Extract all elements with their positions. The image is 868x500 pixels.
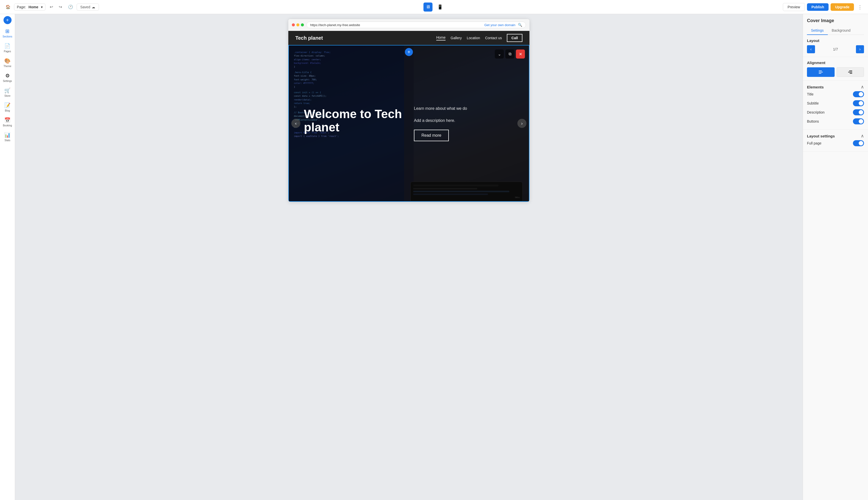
element-title-label: Title (807, 92, 813, 96)
element-buttons-label: Buttons (807, 120, 819, 123)
panel-header: Cover Image Settings Background (803, 14, 868, 35)
booking-icon: 📅 (4, 117, 11, 123)
tab-settings[interactable]: Settings (807, 26, 828, 35)
sidebar-item-booking[interactable]: 📅 Booking (1, 115, 14, 129)
tab-background[interactable]: Background (828, 26, 855, 35)
element-buttons-row: Buttons (807, 117, 864, 126)
svg-rect-3 (849, 71, 852, 71)
element-title-row: Title (807, 90, 864, 99)
sidebar-item-theme[interactable]: 🎨 Theme (1, 56, 14, 70)
hero-text: Welcome to Tech planet (304, 107, 404, 139)
alignment-section-header[interactable]: Alignment (807, 60, 864, 65)
undo-button[interactable]: ↩ (47, 3, 56, 11)
title-toggle[interactable] (853, 91, 864, 97)
undo-redo-group: ↩ ↪ (47, 3, 65, 11)
layout-settings-header[interactable]: Layout settings ∧ (807, 133, 864, 139)
nav-item-location[interactable]: Location (467, 36, 480, 40)
sidebar-item-label: Pages (4, 50, 11, 53)
elements-section-title: Elements (807, 85, 824, 89)
more-options-button[interactable]: ⋮ (856, 3, 864, 11)
layout-next-button[interactable]: › (856, 45, 864, 53)
sidebar-item-label: Theme (3, 65, 11, 68)
full-page-label: Full page (807, 141, 822, 145)
buttons-toggle[interactable] (853, 118, 864, 124)
call-button[interactable]: Call (507, 34, 522, 42)
hero-next-button[interactable]: › (517, 119, 526, 128)
nav-item-home[interactable]: Home (436, 35, 445, 41)
align-left-button[interactable] (807, 67, 835, 77)
elements-section-header[interactable]: Elements ∧ (807, 84, 864, 90)
home-icon[interactable]: 🏠 (4, 3, 12, 11)
browser-dot-red (292, 23, 295, 26)
blog-icon: 📝 (4, 102, 11, 108)
element-description-label: Description (807, 110, 824, 114)
panel-tabs: Settings Background (807, 26, 864, 35)
theme-icon: 🎨 (4, 58, 11, 64)
sidebar-item-stats[interactable]: 📊 Stats (1, 130, 14, 144)
subtitle-toggle[interactable] (853, 100, 864, 106)
get-domain-link[interactable]: Get your own domain (484, 23, 516, 27)
element-subtitle-label: Subtitle (807, 101, 819, 105)
delete-button[interactable]: ✕ (516, 49, 525, 58)
duplicate-button[interactable]: ⧉ (505, 49, 514, 58)
add-section-button[interactable]: + (3, 16, 12, 24)
full-page-toggle[interactable] (853, 140, 864, 146)
chevron-down-icon: ▾ (41, 5, 43, 9)
add-section-button[interactable]: + (405, 48, 413, 56)
hero-description-line1: Learn more about what we do (414, 105, 514, 112)
sidebar-item-sections[interactable]: ⊞ Sections (1, 26, 14, 40)
layout-section-header[interactable]: Layout (807, 38, 864, 43)
layout-prev-button[interactable]: ‹ (807, 45, 815, 53)
page-name: Home (28, 5, 38, 9)
preview-button[interactable]: Preview (783, 3, 805, 11)
read-more-button[interactable]: Read more (414, 130, 449, 141)
hero-description-line2: Add a description here. (414, 117, 514, 124)
alignment-row (807, 67, 864, 77)
sidebar-item-label: Booking (3, 124, 12, 127)
hero-section: .container { display: flex; flex-directi… (288, 45, 530, 202)
full-page-row: Full page (807, 139, 864, 148)
stats-icon: 📊 (4, 132, 11, 138)
nav-item-gallery[interactable]: Gallery (451, 36, 462, 40)
sections-icon: ⊞ (5, 28, 10, 34)
redo-button[interactable]: ↪ (57, 3, 65, 11)
svg-rect-1 (819, 72, 823, 72)
browser-chrome: https://tech-planet.my-free.website Get … (288, 19, 530, 31)
history-button[interactable]: 🕐 (67, 3, 74, 11)
topbar-center: 🖥 📱 (424, 2, 444, 12)
sidebar-item-label: Sections (2, 35, 12, 38)
sidebar-item-blog[interactable]: 📝 Blog (1, 100, 14, 114)
topbar: 🏠 Page: Home ▾ ↩ ↪ 🕐 Saved ☁ 🖥 📱 Preview… (0, 0, 868, 14)
hero-prev-button[interactable]: ‹ (291, 119, 300, 128)
topbar-right: Preview Publish Upgrade ⋮ (448, 3, 864, 11)
search-icon[interactable]: 🔍 (518, 23, 522, 27)
panel-title: Cover Image (807, 18, 864, 23)
url-text: https://tech-planet.my-free.website (310, 23, 484, 27)
sidebar-item-settings[interactable]: ⚙ Settings (1, 71, 14, 84)
nav-item-contact[interactable]: Contact us (485, 36, 502, 40)
topbar-left: 🏠 Page: Home ▾ ↩ ↪ 🕐 Saved ☁ (4, 3, 420, 11)
page-selector[interactable]: Page: Home ▾ (14, 3, 45, 11)
sidebar-item-store[interactable]: 🛒 Store (1, 86, 14, 99)
element-description-row: Description (807, 108, 864, 117)
cloud-icon: ☁ (92, 5, 95, 9)
sidebar-item-pages[interactable]: 📄 Pages (1, 41, 14, 55)
desktop-view-button[interactable]: 🖥 (424, 2, 432, 12)
address-bar[interactable]: https://tech-planet.my-free.website Get … (306, 22, 526, 28)
layout-settings-title: Layout settings (807, 134, 835, 138)
hero-title: Welcome to Tech planet (304, 107, 404, 134)
site-header: Tech planet Home Gallery Location Contac… (288, 31, 530, 45)
browser-dot-green (301, 23, 304, 26)
hero-content: Welcome to Tech planet Learn more about … (289, 45, 529, 201)
description-toggle[interactable] (853, 109, 864, 115)
mobile-view-button[interactable]: 📱 (436, 2, 444, 12)
publish-button[interactable]: Publish (807, 3, 829, 11)
elements-list: Title Subtitle Description (807, 90, 864, 126)
upgrade-button[interactable]: Upgrade (831, 3, 854, 11)
expand-button[interactable]: ⌄ (495, 49, 504, 58)
align-right-button[interactable] (837, 67, 864, 77)
alignment-section-title: Alignment (807, 60, 825, 65)
browser-frame: https://tech-planet.my-free.website Get … (288, 19, 530, 202)
browser-dot-yellow (296, 23, 299, 26)
hero-right: Learn more about what we do Add a descri… (414, 105, 514, 141)
